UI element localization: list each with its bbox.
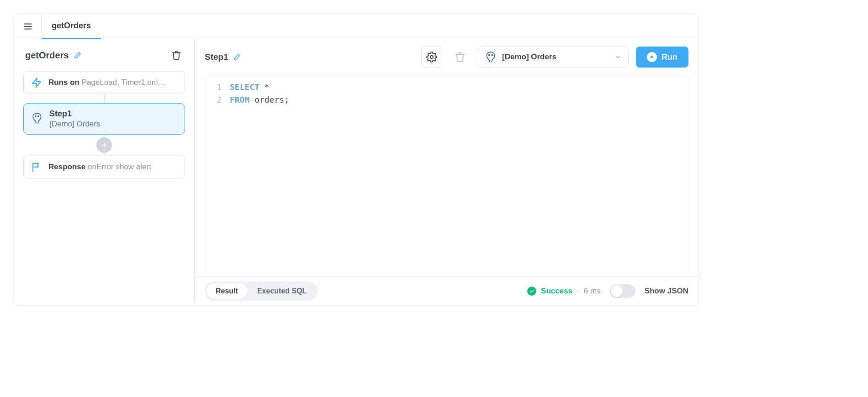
tab-executed-sql[interactable]: Executed SQL: [248, 283, 316, 299]
step-card[interactable]: Step1 [Demo] Orders: [23, 103, 185, 135]
trash-icon: [455, 52, 466, 63]
show-json-toggle[interactable]: [610, 284, 635, 298]
query-editor-panel: getOrders getOrders Runs on PageLoad,: [14, 14, 699, 306]
trigger-card[interactable]: Runs on PageLoad, Timer1.onI…: [23, 71, 185, 94]
status-label: Success: [541, 287, 572, 296]
menu-button[interactable]: [14, 14, 42, 39]
settings-button[interactable]: [421, 47, 442, 68]
svg-point-8: [430, 56, 433, 58]
run-button[interactable]: Run: [636, 47, 688, 68]
trigger-text: Runs on PageLoad, Timer1.onI…: [48, 78, 166, 87]
svg-marker-3: [32, 78, 41, 87]
gear-icon: [426, 52, 437, 63]
postgres-icon: [485, 51, 497, 63]
status-time: 6 ms: [584, 287, 601, 296]
connector: [104, 94, 105, 103]
response-text: Response onError show alert: [48, 162, 151, 172]
result-tabs: Result Executed SQL: [205, 282, 318, 301]
run-label: Run: [662, 52, 677, 62]
play-icon: [649, 54, 655, 60]
tab-result[interactable]: Result: [206, 283, 247, 299]
step-datasource: [Demo] Orders: [49, 120, 100, 129]
topbar: getOrders: [14, 14, 699, 39]
datasource-select[interactable]: [Demo] Orders: [478, 47, 629, 68]
main-header: Step1 [Demo] Orders Run: [195, 39, 699, 75]
step-name: Step1: [49, 109, 100, 119]
response-card[interactable]: Response onError show alert: [23, 156, 185, 178]
svg-point-4: [35, 115, 36, 116]
chevron-down-icon: [614, 53, 622, 61]
datasource-label: [Demo] Orders: [502, 52, 609, 62]
query-name: getOrders: [25, 50, 69, 61]
postgres-icon: [31, 112, 43, 124]
svg-point-10: [492, 55, 492, 56]
svg-point-9: [489, 55, 490, 56]
line-gutter: 1 2: [205, 75, 227, 276]
sidebar-header: getOrders: [23, 48, 185, 64]
body: getOrders Runs on PageLoad, Timer1.onI…: [14, 39, 699, 305]
code-content[interactable]: SELECT * FROM orders;: [227, 75, 688, 276]
trash-icon: [171, 50, 181, 60]
step-title: Step1: [205, 52, 228, 62]
sidebar: getOrders Runs on PageLoad, Timer1.onI…: [14, 39, 195, 305]
query-tab[interactable]: getOrders: [42, 14, 101, 39]
delete-step-button[interactable]: [450, 47, 471, 68]
svg-point-5: [38, 115, 39, 116]
result-footer: Result Executed SQL Success · 6 ms Show …: [195, 276, 699, 305]
check-icon: [529, 288, 535, 294]
edit-icon[interactable]: [233, 53, 241, 61]
svg-marker-11: [651, 55, 654, 59]
delete-query-button[interactable]: [169, 48, 183, 62]
flag-icon: [31, 162, 42, 172]
status: Success · 6 ms: [527, 287, 601, 296]
hamburger-icon: [23, 21, 33, 31]
main: Step1 [Demo] Orders Run: [195, 39, 699, 305]
show-json-label: Show JSON: [645, 287, 688, 296]
code-editor[interactable]: 1 2 SELECT * FROM orders;: [205, 75, 688, 276]
lightning-icon: [31, 77, 42, 88]
edit-icon[interactable]: [74, 51, 82, 59]
connector: [104, 146, 105, 156]
